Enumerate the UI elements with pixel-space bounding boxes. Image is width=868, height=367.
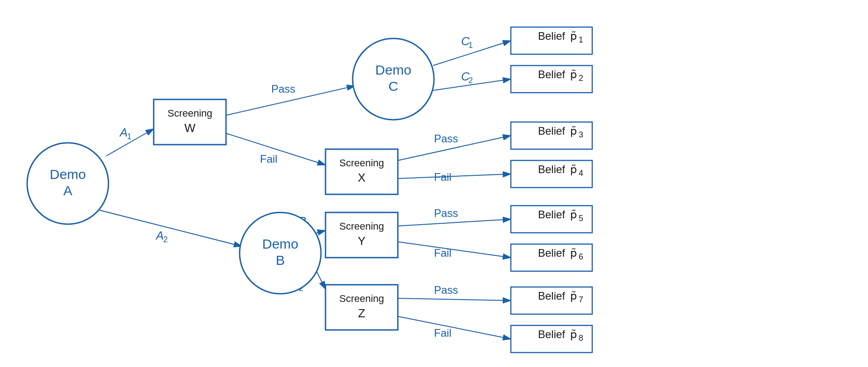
- screening-z-label1: Screening: [339, 293, 384, 304]
- demo-a-label1: Demo: [50, 167, 86, 182]
- diagram: A 1 A 2 Pass Fail C 1 C 2 Pass Fail B 1 …: [0, 0, 868, 367]
- screening-w-label2: W: [184, 121, 196, 135]
- label-fail-y: Fail: [434, 247, 452, 259]
- demo-b-label1: Demo: [262, 236, 298, 251]
- arrow-a2: [99, 210, 242, 246]
- label-a1-sub: 1: [127, 132, 132, 141]
- screening-y-label2: Y: [358, 234, 365, 248]
- demo-b-label2: B: [276, 253, 285, 268]
- belief-p6-label: Belief: [538, 247, 565, 259]
- arrow-y-fail: [398, 242, 511, 258]
- arrow-z-pass: [398, 298, 511, 301]
- label-c2-sub: 2: [468, 76, 473, 85]
- screening-x-label1: Screening: [339, 157, 384, 169]
- belief-p8-label: Belief: [538, 328, 565, 340]
- label-pass-y: Pass: [434, 207, 458, 219]
- belief-p4-tilde: p̃: [570, 163, 577, 175]
- belief-p5-tilde: p̃: [570, 208, 577, 221]
- label-fail-x: Fail: [434, 171, 452, 183]
- arrow-b2: [316, 271, 326, 289]
- belief-p3-sub: 3: [579, 130, 583, 139]
- belief-p1-tilde: p̃: [570, 30, 577, 42]
- belief-p2-tilde: p̃: [570, 68, 577, 80]
- belief-p8-tilde: p̃: [570, 328, 577, 340]
- label-pass-x: Pass: [434, 132, 458, 145]
- arrow-z-fail: [398, 316, 511, 339]
- belief-p7-label: Belief: [538, 290, 565, 302]
- belief-p5-sub: 5: [579, 214, 583, 223]
- belief-p1-label: Belief: [538, 30, 565, 42]
- screening-x-label2: X: [358, 171, 365, 184]
- label-fail-w: Fail: [260, 153, 278, 165]
- label-a2: A: [155, 229, 164, 242]
- belief-p1-sub: 1: [579, 35, 583, 44]
- label-pass-z: Pass: [434, 284, 458, 296]
- belief-p2-sub: 2: [579, 74, 583, 83]
- belief-p2-label: Belief: [538, 68, 565, 80]
- label-a2-sub: 2: [163, 235, 168, 244]
- belief-p5-label: Belief: [538, 208, 565, 221]
- belief-p4-sub: 4: [579, 169, 583, 178]
- belief-p4-label: Belief: [538, 163, 565, 175]
- screening-w-label1: Screening: [167, 108, 212, 119]
- label-c1-sub: 1: [468, 41, 473, 50]
- screening-y-label1: Screening: [339, 221, 384, 232]
- belief-p3-label: Belief: [538, 125, 565, 137]
- arrow-x-fail: [398, 174, 511, 179]
- arrow-y-pass: [398, 219, 511, 226]
- screening-z-label2: Z: [358, 306, 365, 320]
- label-pass-w: Pass: [271, 83, 295, 95]
- belief-p7-tilde: p̃: [570, 290, 577, 302]
- belief-p3-tilde: p̃: [570, 125, 577, 137]
- belief-p8-sub: 8: [579, 334, 583, 343]
- arrow-b1: [316, 231, 326, 233]
- demo-c-label1: Demo: [375, 62, 411, 77]
- demo-c-label2: C: [388, 79, 398, 94]
- belief-p6-sub: 6: [579, 252, 583, 261]
- demo-a-label2: A: [63, 183, 72, 198]
- label-a1: A: [119, 126, 127, 139]
- belief-p6-tilde: p̃: [570, 247, 577, 259]
- belief-p7-sub: 7: [579, 295, 583, 304]
- label-fail-z: Fail: [434, 327, 452, 339]
